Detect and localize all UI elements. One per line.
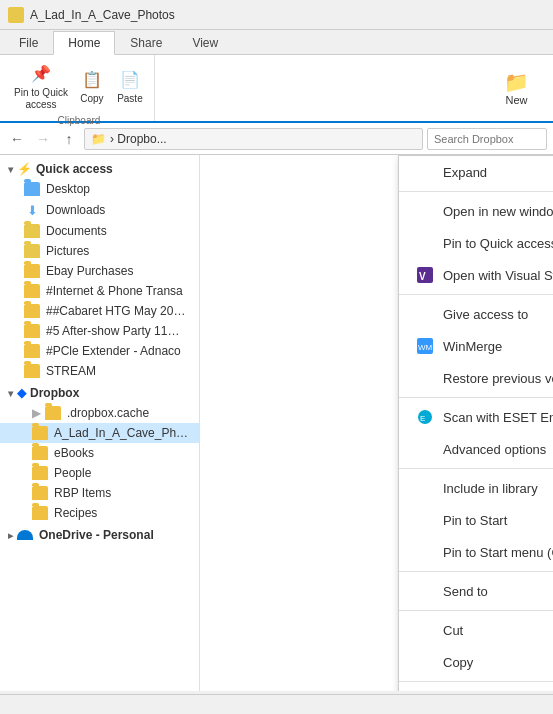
ribbon-tabs: File Home Share View bbox=[0, 30, 553, 55]
new-label: New bbox=[505, 94, 527, 106]
sidebar-item-aftershow[interactable]: #5 After-show Party 11_03 bbox=[0, 321, 199, 341]
chevron-down-icon: ▾ bbox=[8, 388, 13, 399]
cut-icon bbox=[415, 620, 435, 640]
folder-icon bbox=[24, 182, 40, 196]
sidebar-item-downloads[interactable]: ⬇ Downloads bbox=[0, 199, 199, 221]
address-path[interactable]: 📁 › Dropbo... bbox=[84, 128, 423, 150]
ctx-delete[interactable]: Delete bbox=[399, 685, 553, 691]
new-button[interactable]: 📁 New bbox=[496, 66, 537, 110]
quick-access-label: Quick access bbox=[36, 162, 113, 176]
sidebar-item-recipes[interactable]: Recipes bbox=[0, 503, 199, 523]
paste-button[interactable]: 📄 Paste bbox=[112, 65, 148, 107]
sidebar-item-desktop[interactable]: Desktop bbox=[0, 179, 199, 199]
ctx-cut-label: Cut bbox=[443, 623, 553, 638]
sidebar-item-documents[interactable]: Documents bbox=[0, 221, 199, 241]
ctx-scan-eset-label: Scan with ESET Endpoint Antivirus bbox=[443, 410, 553, 425]
address-bar: ← → ↑ 📁 › Dropbo... bbox=[0, 123, 553, 155]
sidebar: ▾ ⚡ Quick access Desktop ⬇ Downloads Doc… bbox=[0, 155, 200, 691]
sidebar-section-onedrive: ▸ OneDrive - Personal bbox=[0, 525, 199, 545]
copy-button[interactable]: 📋 Copy bbox=[74, 65, 110, 107]
ctx-restore-versions[interactable]: Restore previous versions bbox=[399, 362, 553, 394]
eset-icon: E bbox=[415, 407, 435, 427]
ctx-pin-quick-access[interactable]: Pin to Quick access bbox=[399, 227, 553, 259]
sidebar-item-label: eBooks bbox=[54, 446, 94, 460]
onedrive-icon bbox=[17, 530, 33, 540]
ctx-include-library[interactable]: Include in library bbox=[399, 472, 553, 504]
folder-icon bbox=[24, 304, 40, 318]
sidebar-item-people[interactable]: People bbox=[0, 463, 199, 483]
svg-text:V: V bbox=[419, 271, 426, 282]
sidebar-item-pcie[interactable]: #PCle Extender - Adnaco bbox=[0, 341, 199, 361]
sidebar-section-header-dropbox[interactable]: ▾ ◆ Dropbox bbox=[0, 383, 199, 403]
clipboard-group: 📌 Pin to Quickaccess 📋 Copy 📄 Paste Clip… bbox=[4, 55, 155, 121]
sidebar-item-cabaret[interactable]: ##Cabaret HTG May 2023 bbox=[0, 301, 199, 321]
copy-label: Copy bbox=[80, 93, 103, 105]
ctx-open-new-window[interactable]: Open in new window bbox=[399, 195, 553, 227]
paste-icon: 📄 bbox=[118, 67, 142, 91]
folder-icon bbox=[32, 506, 48, 520]
sidebar-item-stream[interactable]: STREAM bbox=[0, 361, 199, 381]
ctx-pin-start[interactable]: Pin to Start bbox=[399, 504, 553, 536]
tab-share[interactable]: Share bbox=[115, 31, 177, 55]
title-bar: A_Lad_In_A_Cave_Photos bbox=[0, 0, 553, 30]
sidebar-item-ebooks[interactable]: eBooks bbox=[0, 443, 199, 463]
dropbox-label: Dropbox bbox=[30, 386, 79, 400]
tab-view[interactable]: View bbox=[177, 31, 233, 55]
ctx-separator bbox=[399, 191, 553, 192]
sidebar-section-header-onedrive[interactable]: ▸ OneDrive - Personal bbox=[0, 525, 199, 545]
ctx-open-vs[interactable]: V Open with Visual Studio bbox=[399, 259, 553, 291]
ctx-expand[interactable]: Expand bbox=[399, 156, 553, 188]
up-button[interactable]: ↑ bbox=[58, 128, 80, 150]
sidebar-item-ebay[interactable]: Ebay Purchases bbox=[0, 261, 199, 281]
ctx-send-to[interactable]: Send to bbox=[399, 575, 553, 607]
sidebar-section-header-quick-access[interactable]: ▾ ⚡ Quick access bbox=[0, 159, 199, 179]
forward-button[interactable]: → bbox=[32, 128, 54, 150]
expand-icon bbox=[415, 162, 435, 182]
dropbox-brand-icon: ◆ bbox=[17, 386, 26, 400]
ctx-separator bbox=[399, 468, 553, 469]
sidebar-item-rbp[interactable]: RBP Items bbox=[0, 483, 199, 503]
sidebar-item-label: Pictures bbox=[46, 244, 89, 258]
status-bar bbox=[0, 694, 553, 714]
search-input[interactable] bbox=[427, 128, 547, 150]
ctx-separator bbox=[399, 610, 553, 611]
sidebar-item-dropbox-cache[interactable]: ▶ .dropbox.cache bbox=[0, 403, 199, 423]
ctx-advanced[interactable]: Advanced options bbox=[399, 433, 553, 465]
folder-icon bbox=[32, 426, 48, 440]
back-button[interactable]: ← bbox=[6, 128, 28, 150]
content-area: Expand Open in new window Pin to Quick a… bbox=[200, 155, 553, 691]
ctx-copy[interactable]: Copy bbox=[399, 646, 553, 678]
sidebar-item-cave-photos[interactable]: A_Lad_In_A_Cave_Photos bbox=[0, 423, 199, 443]
sidebar-item-label: People bbox=[54, 466, 91, 480]
paste-label: Paste bbox=[117, 93, 143, 105]
ctx-pin-start-menu[interactable]: Pin to Start menu (Classic Shell) bbox=[399, 536, 553, 568]
ctx-winmerge[interactable]: WM WinMerge bbox=[399, 330, 553, 362]
pin-icon bbox=[415, 233, 435, 253]
pin-start-icon bbox=[415, 510, 435, 530]
pin-quick-access-button[interactable]: 📌 Pin to Quickaccess bbox=[10, 59, 72, 113]
ctx-cut[interactable]: Cut bbox=[399, 614, 553, 646]
send-to-icon bbox=[415, 581, 435, 601]
ctx-expand-label: Expand bbox=[443, 165, 553, 180]
chevron-right-icon: ▸ bbox=[8, 530, 13, 541]
sidebar-item-label: .dropbox.cache bbox=[67, 406, 149, 420]
tab-file[interactable]: File bbox=[4, 31, 53, 55]
sidebar-item-label: Ebay Purchases bbox=[46, 264, 133, 278]
sidebar-item-label: Recipes bbox=[54, 506, 97, 520]
onedrive-label: OneDrive - Personal bbox=[39, 528, 154, 542]
folder-icon bbox=[24, 284, 40, 298]
ctx-copy-label: Copy bbox=[443, 655, 553, 670]
ctx-winmerge-label: WinMerge bbox=[443, 339, 553, 354]
tab-home[interactable]: Home bbox=[53, 31, 115, 55]
window-title: A_Lad_In_A_Cave_Photos bbox=[30, 8, 175, 22]
sidebar-item-internet[interactable]: #Internet & Phone Transa bbox=[0, 281, 199, 301]
copy-icon bbox=[415, 652, 435, 672]
sidebar-item-pictures[interactable]: Pictures bbox=[0, 241, 199, 261]
ctx-pin-start-label: Pin to Start bbox=[443, 513, 553, 528]
ctx-scan-eset[interactable]: E Scan with ESET Endpoint Antivirus bbox=[399, 401, 553, 433]
ctx-give-access[interactable]: Give access to bbox=[399, 298, 553, 330]
sidebar-item-label: Downloads bbox=[46, 203, 105, 217]
give-access-icon bbox=[415, 304, 435, 324]
main-area: ▾ ⚡ Quick access Desktop ⬇ Downloads Doc… bbox=[0, 155, 553, 691]
sidebar-item-label: #Internet & Phone Transa bbox=[46, 284, 183, 298]
